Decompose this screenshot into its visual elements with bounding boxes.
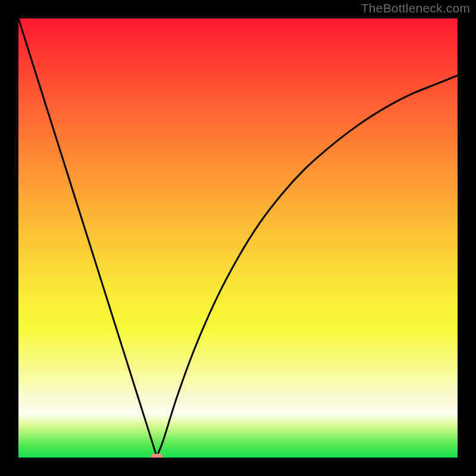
min-marker: [151, 454, 162, 458]
bottleneck-curve: [18, 18, 458, 457]
watermark-text: TheBottleneck.com: [361, 1, 470, 15]
curve-layer: [18, 18, 458, 458]
chart-container: TheBottleneck.com: [0, 0, 476, 476]
plot-area: [18, 18, 458, 458]
